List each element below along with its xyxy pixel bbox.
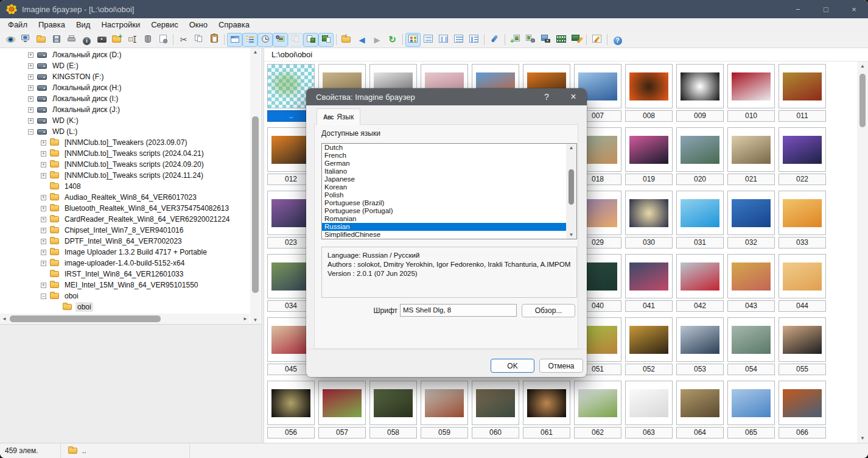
toolbar-button-snapshot[interactable] — [538, 33, 553, 47]
thumbnail-cell[interactable] — [369, 381, 417, 425]
thumbnail-cell[interactable] — [779, 317, 826, 362]
expand-toggle[interactable]: + — [28, 52, 33, 58]
thumbnail-label[interactable]: 060 — [472, 427, 519, 439]
tree-item[interactable]: +WD (K:) — [0, 115, 250, 126]
thumbnail-cell[interactable] — [676, 64, 724, 108]
thumbnail-label[interactable]: 019 — [625, 174, 673, 185]
toolbar-button-panel-compare[interactable] — [288, 33, 303, 47]
tab-language[interactable]: Авс Язык — [317, 108, 360, 125]
browse-button[interactable]: Обзор... — [522, 304, 575, 317]
scroll-down-arrow[interactable]: ▼ — [857, 435, 868, 441]
toolbar-button-filmstrip[interactable] — [553, 33, 569, 47]
thumbnail-cell[interactable] — [625, 191, 673, 235]
expand-toggle[interactable]: + — [28, 63, 33, 69]
toolbar-button-convert[interactable] — [155, 33, 170, 47]
scrollbar-thumb[interactable] — [569, 169, 574, 205]
dialog-help-button[interactable]: ? — [533, 88, 560, 105]
expand-toggle[interactable]: + — [28, 85, 33, 91]
minimize-button[interactable]: − — [784, 0, 812, 18]
expand-toggle[interactable]: + — [41, 140, 46, 146]
thumbnail-label[interactable]: 056 — [267, 427, 315, 439]
grid-vertical-scrollbar[interactable]: ▲ ▼ — [857, 62, 868, 443]
language-option[interactable]: Romanian — [322, 215, 566, 223]
path-bar[interactable]: L:\oboi\oboi — [264, 48, 868, 62]
toolbar-button-print[interactable] — [64, 33, 79, 47]
scrollbar-thumb[interactable] — [10, 315, 161, 322]
scroll-down-arrow[interactable]: ▼ — [566, 232, 576, 238]
toolbar-button-save[interactable] — [49, 33, 64, 47]
thumbnail-cell[interactable] — [727, 254, 775, 298]
scrollbar-thumb[interactable] — [252, 116, 259, 293]
expand-toggle[interactable]: − — [41, 294, 46, 299]
toolbar-button-batch[interactable] — [523, 33, 538, 47]
expand-toggle[interactable]: + — [41, 206, 46, 211]
toolbar-button-panel-thumbs[interactable] — [303, 33, 318, 47]
menu-item-window[interactable]: Окно — [184, 18, 213, 32]
tree-item[interactable]: +Audiao_Realtek_Win8_64_VER6017023 — [0, 192, 250, 203]
expand-toggle[interactable]: + — [28, 74, 33, 80]
thumbnail-cell[interactable] — [421, 381, 468, 425]
maximize-button[interactable]: □ — [812, 0, 840, 18]
tree-item[interactable]: +Image Uploader 1.3.2 Build 4717 + Porta… — [0, 247, 250, 258]
thumbnail-label[interactable]: 063 — [625, 427, 673, 439]
thumbnail-cell[interactable] — [625, 381, 673, 425]
expand-toggle[interactable]: + — [28, 107, 33, 113]
tree-item[interactable]: +IRST_Intel_Win8_64_VER12601033 — [0, 269, 250, 280]
toolbar-button-open-folder[interactable] — [33, 33, 49, 47]
thumbnail-cell[interactable] — [727, 64, 775, 108]
tree-item[interactable]: +[NNMClub.to]_Tweaks scripts (2024.04.21… — [0, 148, 250, 159]
toolbar-button-info[interactable]: i — [79, 33, 94, 47]
thumbnail-cell[interactable] — [318, 381, 366, 425]
language-option[interactable]: Portuguese (Brazil) — [322, 199, 566, 207]
toolbar-button-panel-history[interactable] — [257, 33, 273, 47]
tree-item[interactable]: −WD (L:) — [0, 126, 250, 137]
thumbnail-label[interactable]: 064 — [676, 427, 724, 439]
tree-item[interactable]: +Локальный диск (I:) — [0, 93, 250, 104]
toolbar-button-copy[interactable] — [191, 33, 206, 47]
thumbnail-label[interactable]: 057 — [318, 427, 366, 439]
language-option[interactable]: Dutch — [322, 144, 566, 152]
toolbar-button-add-images[interactable]: + — [508, 33, 523, 47]
thumbnail-label[interactable]: 043 — [727, 300, 775, 312]
close-button[interactable]: × — [840, 0, 868, 18]
thumbnail-cell[interactable] — [625, 127, 673, 172]
listbox-scrollbar[interactable]: ▲ ▼ — [566, 144, 576, 239]
expand-toggle[interactable]: + — [41, 283, 46, 288]
tree-item[interactable]: +image-uploader-1.4.0-build-5152-x64 — [0, 258, 250, 269]
tree-item[interactable]: +[NNMClub.to]_Tweaks scripts (2024.09.20… — [0, 159, 250, 170]
expand-toggle[interactable]: + — [41, 228, 46, 233]
thumbnail-label[interactable]: 055 — [779, 364, 826, 375]
thumbnail-cell[interactable] — [779, 381, 826, 425]
scroll-up-arrow[interactable]: ▲ — [857, 63, 868, 69]
dialog-title-bar[interactable]: Свойства: Imagine браузер ? × — [306, 88, 587, 105]
tree-item[interactable]: +[NNMClub.to]_Tweaks scripts (2024.11.24… — [0, 170, 250, 181]
toolbar-button-folder-up[interactable]: ↑ — [339, 33, 354, 47]
expand-toggle[interactable]: − — [28, 129, 33, 135]
thumbnail-cell[interactable] — [676, 381, 724, 425]
thumbnail-label[interactable]: 032 — [727, 237, 775, 248]
language-option[interactable]: German — [322, 160, 566, 167]
toolbar-button-view[interactable] — [3, 33, 18, 47]
toolbar-button-paste[interactable] — [206, 33, 222, 47]
expand-toggle[interactable]: + — [28, 96, 33, 102]
scrollbar-thumb[interactable] — [859, 74, 866, 127]
thumbnail-label[interactable]: 041 — [625, 300, 673, 312]
tree-item[interactable]: −oboi — [0, 291, 250, 301]
toolbar-button-back[interactable]: ◀ — [354, 33, 369, 47]
thumbnail-cell[interactable] — [727, 317, 775, 362]
toolbar-button-camera[interactable] — [94, 33, 110, 47]
toolbar-button-forward[interactable]: ▶ — [369, 33, 385, 47]
scroll-down-arrow[interactable]: ▼ — [250, 317, 261, 323]
toolbar-button-panel-window[interactable] — [227, 33, 242, 47]
toolbar-button-rename[interactable] — [125, 33, 140, 47]
tree-horizontal-scrollbar[interactable]: ◄ ► — [0, 314, 250, 324]
toolbar-button-view-details[interactable] — [466, 33, 481, 47]
thumbnail-label[interactable]: 021 — [727, 174, 775, 185]
thumbnail-cell[interactable] — [727, 127, 775, 172]
tree-item[interactable]: +DPTF_Intel_Win8_64_VER7002023 — [0, 236, 250, 247]
scroll-left-arrow[interactable]: ◄ — [2, 316, 7, 322]
tree-item[interactable]: +oboi — [0, 301, 250, 312]
tree-item[interactable]: +KINGSTON (F:) — [0, 71, 250, 82]
thumbnail-label[interactable]: 054 — [727, 364, 775, 375]
thumbnail-cell[interactable] — [779, 64, 826, 108]
